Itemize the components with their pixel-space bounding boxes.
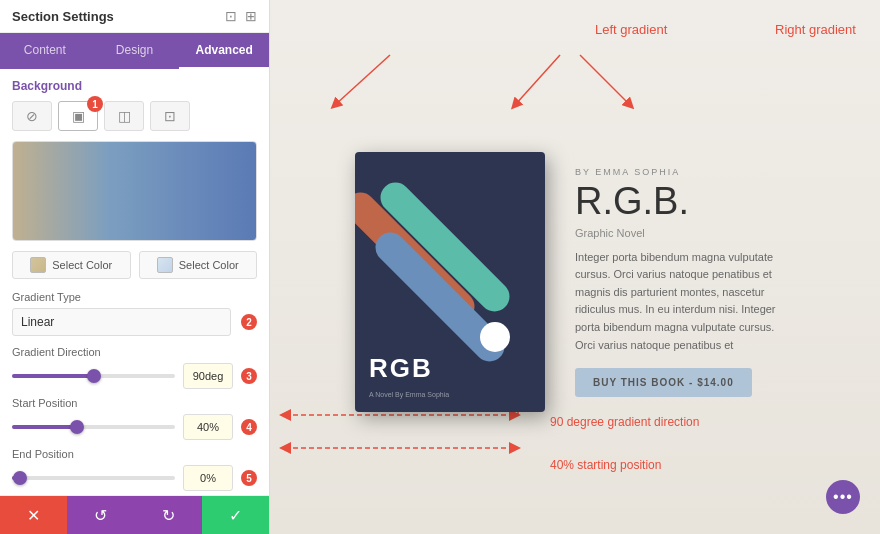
panel-header: Section Settings ⊡ ⊞ (0, 0, 269, 33)
annotation-90deg: 90 degree gradient direction (550, 415, 699, 429)
svg-line-1 (515, 55, 560, 105)
cancel-button[interactable]: ✕ (0, 496, 67, 534)
panel-header-icons: ⊡ ⊞ (225, 8, 257, 24)
expand-icon[interactable]: ⊞ (245, 8, 257, 24)
undo-button[interactable]: ↺ (67, 496, 134, 534)
badge-4: 4 (241, 419, 257, 435)
bg-type-row: ⊘ ▣ 1 ◫ ⊡ (12, 101, 257, 131)
start-position-row: 40% 4 (12, 414, 257, 440)
panel-title: Section Settings (12, 9, 114, 24)
none-icon: ⊘ (26, 108, 38, 124)
gradient-type-row: Linear Radial Conic 2 (12, 308, 257, 336)
left-color-label: Select Color (52, 259, 112, 271)
annotation-40pct: 40% starting position (550, 458, 661, 472)
start-position-label: Start Position (12, 397, 257, 409)
gradient-direction-value: 90deg (183, 363, 233, 389)
book-cover-title: RGB (369, 353, 433, 384)
gradient-preview (12, 141, 257, 241)
right-gradient-label: Right gradient (775, 22, 856, 37)
left-color-btn[interactable]: Select Color (12, 251, 131, 279)
gradient-direction-fill (12, 374, 94, 378)
preview-panel: Left gradient Right gradient RGB A Novel… (270, 0, 880, 534)
gradient-type-label: Gradient Type (12, 291, 257, 303)
left-gradient-label: Left gradient (595, 22, 667, 37)
book-title: R.G.B. (575, 181, 795, 223)
map-icon: ⊡ (164, 108, 176, 124)
gradient-direction-row: 90deg 3 (12, 363, 257, 389)
bg-type-map[interactable]: ⊡ (150, 101, 190, 131)
buy-button[interactable]: BUY THIS BOOK - $14.00 (575, 368, 752, 397)
badge-3: 3 (241, 368, 257, 384)
confirm-button[interactable]: ✓ (202, 496, 269, 534)
background-label: Background (12, 79, 257, 93)
book-circle (480, 322, 510, 352)
right-color-label: Select Color (179, 259, 239, 271)
bg-type-video[interactable]: ◫ (104, 101, 144, 131)
preview-content: RGB A Novel By Emma Sophia BY EMMA SOPHI… (270, 132, 880, 432)
panel-footer: ✕ ↺ ↻ ✓ (0, 495, 269, 534)
minimize-icon[interactable]: ⊡ (225, 8, 237, 24)
book-info: BY EMMA SOPHIA R.G.B. Graphic Novel Inte… (575, 167, 795, 397)
badge-1: 1 (87, 96, 103, 112)
video-icon: ◫ (118, 108, 131, 124)
tab-content[interactable]: Content (0, 33, 90, 69)
book-cover-subtitle: A Novel By Emma Sophia (369, 391, 449, 398)
start-position-value: 40% (183, 414, 233, 440)
redo-button[interactable]: ↻ (135, 496, 202, 534)
book-genre: Graphic Novel (575, 227, 795, 239)
purple-dots-button[interactable]: ••• (826, 480, 860, 514)
end-position-row: 0% 5 (12, 465, 257, 491)
book-cover: RGB A Novel By Emma Sophia (355, 152, 545, 412)
gradient-direction-label: Gradient Direction (12, 346, 257, 358)
tab-advanced[interactable]: Advanced (179, 33, 269, 69)
svg-line-2 (580, 55, 630, 105)
tab-design[interactable]: Design (90, 33, 180, 69)
bg-type-none[interactable]: ⊘ (12, 101, 52, 131)
right-color-btn[interactable]: Select Color (139, 251, 258, 279)
book-description: Integer porta bibendum magna vulputate c… (575, 249, 795, 355)
panel-content: Background ⊘ ▣ 1 ◫ ⊡ Select Color (0, 69, 269, 495)
gradient-direction-track[interactable] (12, 374, 175, 378)
book-author: BY EMMA SOPHIA (575, 167, 795, 177)
image-icon: ▣ (72, 108, 85, 124)
svg-line-0 (335, 55, 390, 105)
gradient-type-select[interactable]: Linear Radial Conic (12, 308, 231, 336)
end-position-label: End Position (12, 448, 257, 460)
gradient-direction-thumb[interactable] (87, 369, 101, 383)
start-position-fill (12, 425, 77, 429)
left-color-swatch (30, 257, 46, 273)
right-color-swatch (157, 257, 173, 273)
bg-type-image[interactable]: ▣ 1 (58, 101, 98, 131)
settings-panel: Section Settings ⊡ ⊞ Content Design Adva… (0, 0, 270, 534)
start-position-track[interactable] (12, 425, 175, 429)
start-position-thumb[interactable] (70, 420, 84, 434)
badge-2: 2 (241, 314, 257, 330)
end-position-track[interactable] (12, 476, 175, 480)
end-position-value: 0% (183, 465, 233, 491)
color-row: Select Color Select Color (12, 251, 257, 279)
tabs-row: Content Design Advanced (0, 33, 269, 69)
end-position-thumb[interactable] (13, 471, 27, 485)
badge-5: 5 (241, 470, 257, 486)
